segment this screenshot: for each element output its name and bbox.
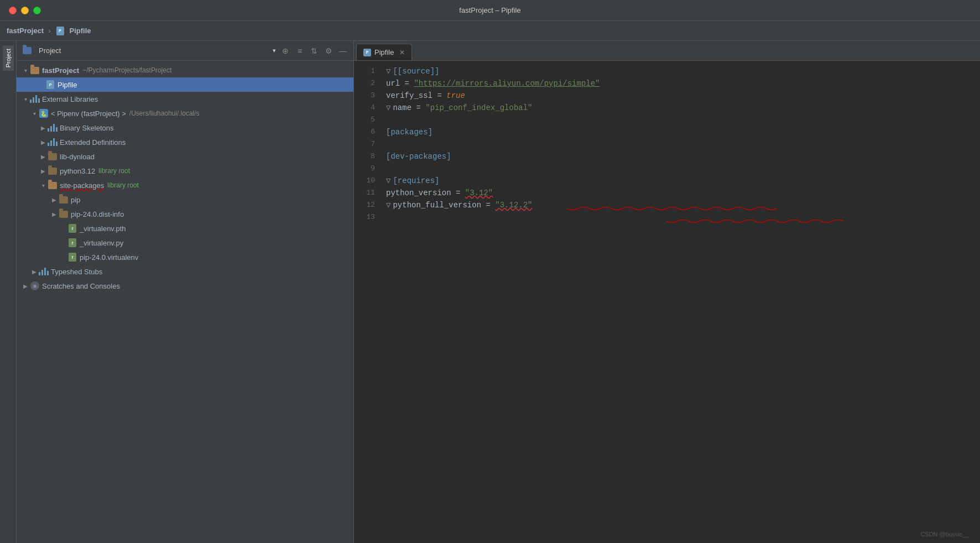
code-editor[interactable]: 1 2 3 4 5 6 7 8 9 10 11 12 13: [354, 61, 980, 543]
fold-marker-12: ▽: [386, 199, 390, 211]
expand-arrow-python312: ▶: [39, 166, 48, 175]
tab-close-button[interactable]: ✕: [399, 49, 405, 56]
tree-item-site-packages[interactable]: ▾ site-packages library root: [17, 178, 353, 192]
expand-arrow-virtualenv-py: [59, 238, 67, 247]
expand-arrow-fastproject: ▾: [21, 66, 30, 75]
line-num-1: 1: [354, 65, 382, 77]
code-line-3: verify_ssl = true: [386, 90, 980, 102]
tree-item-pipenv[interactable]: ▾ 🐍 < Pipenv (fastProject) > /Users/liuh…: [17, 106, 353, 121]
tree-item-scratches[interactable]: ▶ ◉ Scratches and Consoles: [17, 279, 353, 293]
sidebar-strip: Project: [0, 41, 17, 543]
panel-title: Project: [39, 46, 268, 55]
tree-item-virtualenv-pth[interactable]: f _virtualenv.pth: [17, 221, 353, 236]
tree-item-virtualenv-py[interactable]: f _virtualenv.py: [17, 236, 353, 250]
tree-item-binary-skeletons[interactable]: ▶ Binary Skeletons: [17, 121, 353, 135]
tree-item-lib-dynload[interactable]: ▶ lib-dynload: [17, 149, 353, 164]
expand-arrow-external-libs: ▾: [21, 95, 30, 103]
watermark: CSDN @buyue__: [920, 531, 969, 537]
tree-item-extended-defs[interactable]: ▶ Extended Definitions: [17, 135, 353, 149]
bars-icon-extended-defs: [48, 137, 58, 147]
maximize-button[interactable]: [33, 7, 41, 14]
tree-item-external-libs[interactable]: ▾ External Libraries: [17, 92, 353, 106]
titlebar: fastProject – Pipfile: [0, 0, 980, 21]
expand-arrow-virtualenv-pth: [59, 224, 67, 233]
panel-dropdown-arrow[interactable]: ▾: [273, 47, 276, 54]
tree-item-pip[interactable]: ▶ pip: [17, 192, 353, 207]
line-num-3: 3: [354, 90, 382, 102]
code-line-5: [386, 114, 980, 126]
main-layout: Project Project ▾ ⊕ ≡ ⇅ ⚙ — ▾ fastProjec…: [0, 41, 980, 543]
fold-marker-1: ▽: [386, 65, 390, 77]
tree-item-fastproject[interactable]: ▾ fastProject ~/PycharmProjects/fastProj…: [17, 63, 353, 77]
tree-item-python312[interactable]: ▶ python3.12 library root: [17, 164, 353, 178]
folder-icon-pip: [59, 195, 69, 205]
window-title: fastProject – Pipfile: [459, 6, 520, 14]
code-content[interactable]: ▽[[source]] url = "https://mirrors.aliyu…: [382, 61, 980, 543]
expand-arrow-pipenv: ▾: [30, 109, 39, 118]
breadcrumb-project[interactable]: fastProject: [7, 27, 44, 35]
file-icon-virtualenv-pth: f: [67, 223, 77, 233]
tree-label-site-packages: site-packages: [60, 181, 104, 190]
traffic-lights: [9, 7, 41, 14]
breadcrumb: fastProject › P Pipfile: [0, 21, 980, 41]
code-line-10: ▽[requires]: [386, 175, 980, 187]
tree-item-pip-virtualenv[interactable]: f pip-24.0.virtualenv: [17, 250, 353, 264]
sidebar-item-project[interactable]: Project: [3, 45, 14, 71]
tree-label-pip-virtualenv: pip-24.0.virtualenv: [80, 253, 138, 262]
add-content-icon[interactable]: ⊕: [280, 46, 290, 56]
tree-item-pipfile[interactable]: P Pipfile: [17, 77, 353, 92]
file-icon-pip-virtualenv: f: [67, 252, 77, 262]
close-button[interactable]: [9, 7, 17, 14]
file-tree-panel: Project ▾ ⊕ ≡ ⇅ ⚙ — ▾ fastProject ~/Pych…: [17, 41, 354, 543]
line-num-2: 2: [354, 77, 382, 90]
code-line-1: ▽[[source]]: [386, 65, 980, 77]
expand-arrow-typeshed-stubs: ▶: [30, 267, 39, 276]
line-num-5: 5: [354, 114, 382, 126]
tree-secondary-fastproject: ~/PycharmProjects/fastProject: [82, 66, 171, 74]
line-num-9: 9: [354, 163, 382, 175]
minimize-button[interactable]: [21, 7, 29, 14]
tree-label-virtualenv-pth: _virtualenv.pth: [80, 224, 126, 233]
expand-arrow-extended-defs: ▶: [39, 138, 48, 147]
line-numbers: 1 2 3 4 5 6 7 8 9 10 11 12 13: [354, 61, 382, 543]
code-line-9: [386, 163, 980, 175]
editor-wrapper: 1 2 3 4 5 6 7 8 9 10 11 12 13: [354, 61, 980, 543]
tree-secondary-python312: library root: [98, 167, 130, 175]
minimize-panel-icon[interactable]: —: [338, 46, 348, 56]
tree-label-pipfile: Pipfile: [58, 81, 77, 89]
line-num-10: 10: [354, 175, 382, 187]
code-line-13: [386, 211, 980, 223]
tree-label-python312: python3.12: [60, 167, 95, 175]
expand-arrow-pip: ▶: [50, 195, 59, 204]
expand-icon[interactable]: ⇅: [309, 46, 319, 56]
line-num-7: 7: [354, 138, 382, 150]
tree-label-fastproject: fastProject: [42, 66, 79, 75]
file-icon-virtualenv-py: f: [67, 238, 77, 248]
code-line-11: python_version = "3.12": [386, 187, 980, 199]
code-line-12: ▽python_full_version = "3.12.2": [386, 199, 980, 211]
collapse-all-icon[interactable]: ≡: [295, 46, 305, 56]
bars-icon-external-libs: [30, 94, 40, 104]
pipfile-breadcrumb-icon: P: [55, 26, 65, 36]
tree-item-pip-dist-info[interactable]: ▶ pip-24.0.dist-info: [17, 207, 353, 221]
tree-secondary-site-packages: library root: [107, 181, 139, 189]
breadcrumb-separator: ›: [48, 27, 50, 35]
folder-icon-python312: [48, 166, 58, 176]
file-tree: ▾ fastProject ~/PycharmProjects/fastProj…: [17, 61, 353, 543]
tree-label-extended-defs: Extended Definitions: [60, 138, 126, 147]
line-num-13: 13: [354, 211, 382, 223]
line-num-6: 6: [354, 126, 382, 138]
breadcrumb-file[interactable]: Pipfile: [70, 27, 91, 35]
line-num-4: 4: [354, 102, 382, 114]
tree-label-typeshed-stubs: Typeshed Stubs: [51, 268, 102, 276]
code-line-4: ▽name = "pip_conf_index_global": [386, 102, 980, 114]
tab-pipfile[interactable]: P Pipfile ✕: [356, 44, 412, 60]
settings-gear-icon[interactable]: ⚙: [324, 46, 333, 56]
line-num-12: 12: [354, 199, 382, 211]
panel-header: Project ▾ ⊕ ≡ ⇅ ⚙ —: [17, 41, 353, 61]
bars-icon-typeshed-stubs: [39, 267, 49, 276]
code-source-text: source: [402, 65, 430, 77]
tree-item-typeshed-stubs[interactable]: ▶ Typeshed Stubs: [17, 264, 353, 279]
tab-pipfile-label: Pipfile: [374, 48, 394, 56]
tree-label-lib-dynload: lib-dynload: [60, 153, 95, 161]
